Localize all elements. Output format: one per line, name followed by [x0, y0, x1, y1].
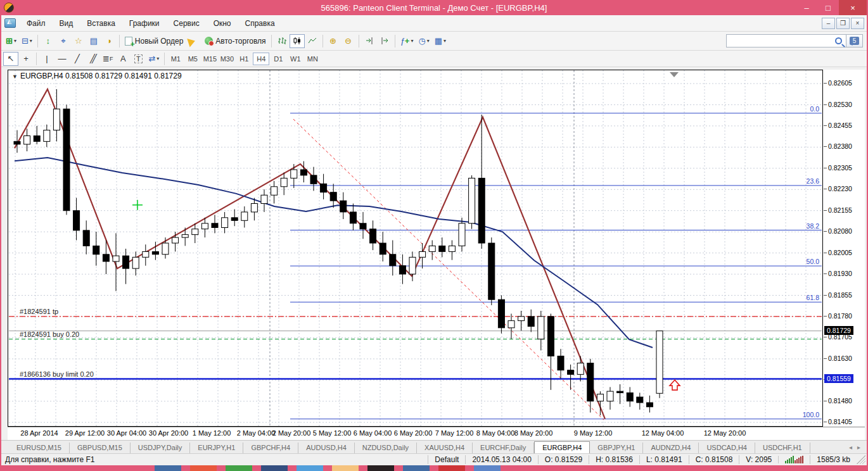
time-axis-label: 12 May 04:00: [634, 429, 692, 437]
timeframe-button-M15[interactable]: M15: [201, 53, 218, 65]
tab-scroll-right-icon[interactable]: ▸: [857, 444, 860, 451]
chart-header-arrow-icon[interactable]: ▼: [12, 73, 18, 80]
taskbar-icon[interactable]: [332, 465, 359, 471]
chart-tab-AUDUSD-H4[interactable]: AUDUSD,H4: [298, 443, 355, 453]
price-axis-label: 0.81930: [828, 270, 852, 277]
indicators-button[interactable]: ƒ+▾: [398, 34, 416, 48]
chart-tab-GBPUSD-M15[interactable]: GBPUSD,M15: [70, 443, 131, 453]
fibonacci-tool-button[interactable]: ≣F: [100, 52, 115, 66]
price-chart[interactable]: 0.023.638.250.061.8100.0#1824591 tp#1824…: [8, 70, 822, 426]
menu-item-1[interactable]: Файл: [20, 16, 53, 30]
candlestick-chart-button[interactable]: [290, 34, 305, 48]
menu-item-5[interactable]: Сервис: [167, 16, 207, 30]
window-close-button[interactable]: ×: [839, 0, 867, 15]
terminal-window: 565896: Panteon Client Terminal - Демо С…: [0, 0, 868, 471]
vertical-line-tool-button[interactable]: |: [39, 52, 54, 66]
bar-chart-button[interactable]: [274, 34, 290, 48]
text-tool-button[interactable]: A: [115, 52, 131, 66]
chart-restore-button[interactable]: ❐: [836, 18, 850, 29]
cursor-tool-button[interactable]: ↖: [3, 52, 18, 66]
price-axis-label: 0.82530: [828, 101, 852, 108]
status-volume: V: 2095: [739, 455, 778, 464]
autotrading-button[interactable]: Авто-торговля: [202, 34, 268, 48]
menu-item-6[interactable]: Окно: [207, 16, 238, 30]
candlestick-chart-icon: [293, 37, 302, 45]
chart-tab-USDJPY-Daily[interactable]: USDJPY,Daily: [131, 443, 191, 453]
resize-grip[interactable]: [857, 455, 865, 464]
search-icon[interactable]: [835, 37, 842, 44]
templates-button[interactable]: ▦▾: [432, 34, 449, 48]
chart-canvas[interactable]: ▼EURGBP,H4 0.81508 0.81729 0.81491 0.817…: [8, 70, 823, 427]
window-maximize-button[interactable]: □: [817, 0, 839, 15]
chart-tab-AUDNZD-H4[interactable]: AUDNZD,H4: [643, 443, 699, 453]
window-minimize-button[interactable]: –: [796, 0, 817, 15]
timeframe-button-M5[interactable]: M5: [184, 53, 201, 65]
auto-scroll-button[interactable]: [362, 34, 377, 48]
taskbar-icon[interactable]: [261, 465, 288, 471]
autotrading-icon: [205, 37, 213, 45]
taskbar-icon[interactable]: [155, 465, 181, 471]
trendline-tool-button[interactable]: ╱: [70, 52, 85, 66]
search-input[interactable]: [727, 35, 835, 46]
chart-tab-NZDUSD-Daily[interactable]: NZDUSD,Daily: [355, 443, 417, 453]
chart-tab-EURGBP-H4[interactable]: EURGBP,H4: [534, 441, 590, 454]
menu-item-4[interactable]: Графики: [122, 16, 167, 30]
chart-shift-button[interactable]: [377, 34, 392, 48]
taskbar-icon[interactable]: [438, 465, 465, 471]
timeframe-button-D1[interactable]: D1: [270, 53, 286, 65]
taskbar-icon[interactable]: [403, 465, 430, 471]
profiles-button[interactable]: ⊟▾: [19, 34, 35, 48]
chart-tab-EURCHF-Daily[interactable]: EURCHF,Daily: [473, 443, 534, 453]
timeframe-button-H1[interactable]: H1: [236, 53, 252, 65]
arrows-tool-button[interactable]: ⇄▾: [146, 52, 162, 66]
new-chart-button[interactable]: ⊞▾: [3, 34, 19, 48]
line-chart-button[interactable]: [305, 34, 320, 48]
timeframe-button-W1[interactable]: W1: [287, 53, 303, 65]
taskbar-icon[interactable]: [474, 465, 501, 471]
chart-tab-GBPCHF-H4[interactable]: GBPCHF,H4: [243, 443, 298, 453]
status-bar-time: 2014.05.13 04:00: [465, 455, 537, 464]
chart-tab-EURJPY-H1[interactable]: EURJPY,H1: [190, 443, 243, 453]
periods-button[interactable]: ◷▾: [416, 34, 431, 48]
time-axis[interactable]: 28 Apr 201429 Apr 12:0030 Apr 04:0030 Ap…: [8, 427, 865, 440]
menu-item-3[interactable]: Вставка: [80, 16, 122, 30]
auto-scroll-icon: [365, 37, 374, 45]
taskbar-icon[interactable]: [226, 465, 252, 471]
chart-shift-marker: [670, 72, 679, 77]
notifications-button[interactable]: 5: [846, 34, 863, 47]
navigator-button[interactable]: ⌖: [56, 34, 71, 48]
zoom-out-button[interactable]: ⊖: [341, 34, 356, 48]
price-axis[interactable]: 0.826050.825300.824550.823800.823050.822…: [823, 70, 865, 427]
chart-tab-USDCAD-H4[interactable]: USDCAD,H4: [699, 443, 755, 453]
chart-tab-USDCHF-H1[interactable]: USDCHF,H1: [755, 443, 810, 453]
crosshair-tool-button[interactable]: +: [18, 52, 34, 66]
taskbar-icon[interactable]: [297, 465, 323, 471]
channel-tool-button[interactable]: ╱: [85, 52, 100, 66]
new-order-button[interactable]: Новый Ордер: [122, 34, 186, 48]
data-window-button[interactable]: ▤: [86, 34, 101, 48]
market-watch-button[interactable]: ↕: [41, 34, 56, 48]
chart-minimize-button[interactable]: –: [822, 18, 835, 29]
chart-tab-GBPJPY-H1[interactable]: GBPJPY,H1: [590, 443, 643, 453]
chart-tab-EURUSD-M15[interactable]: EURUSD,M15: [9, 443, 70, 453]
horizontal-line-tool-button[interactable]: —: [54, 52, 70, 66]
zoom-in-button[interactable]: ⊕: [326, 34, 341, 48]
timeframe-button-M1[interactable]: M1: [167, 53, 184, 65]
status-profile[interactable]: Default: [428, 455, 465, 464]
fib-level-label: 61.8: [807, 294, 820, 301]
status-low: L: 0.81491: [639, 455, 689, 464]
menu-item-2[interactable]: Вид: [53, 16, 80, 30]
timeframe-button-MN[interactable]: MN: [304, 53, 321, 65]
history-center-button[interactable]: ◑: [101, 34, 117, 48]
chart-close-button[interactable]: ×: [851, 18, 864, 29]
alerts-button[interactable]: [186, 34, 202, 48]
taskbar-icon[interactable]: [367, 465, 394, 471]
timeframe-button-H4[interactable]: H4: [253, 53, 269, 65]
timeframe-button-M30[interactable]: M30: [219, 53, 235, 65]
text-label-tool-button[interactable]: T: [131, 52, 146, 66]
menu-item-7[interactable]: Справка: [238, 16, 282, 30]
tab-scroll-left-icon[interactable]: ◂: [849, 444, 852, 451]
favorites-button[interactable]: ☆: [71, 34, 86, 48]
chart-tab-XAUUSD-H4[interactable]: XAUUSD,H4: [417, 443, 473, 453]
taskbar-icon[interactable]: [190, 465, 217, 471]
